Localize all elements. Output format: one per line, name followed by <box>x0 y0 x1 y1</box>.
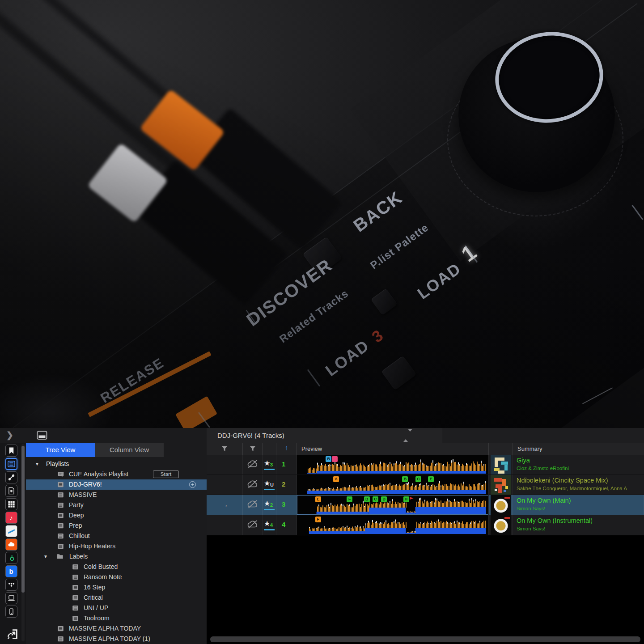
cue-marker-H: H <box>403 496 409 502</box>
playlist-icon <box>57 491 64 498</box>
tree-item-cue-analysis-playlist[interactable]: CUE Analysis PlaylistStart <box>26 469 207 479</box>
tidal-icon[interactable] <box>5 579 17 591</box>
disclosure-triangle-icon[interactable]: ▼ <box>43 551 48 562</box>
tree-item-hip-hop-heaters[interactable]: Hip-Hop Heaters <box>26 541 207 551</box>
mobile-device-icon[interactable] <box>5 606 17 618</box>
label-related-tracks: Related Tracks <box>277 287 351 345</box>
tree-item-deep[interactable]: Deep <box>26 510 207 521</box>
tree-item-chillout[interactable]: Chillout <box>26 531 207 541</box>
tree-item-labels[interactable]: ▼Labels <box>26 551 207 562</box>
waveform-preview[interactable]: EFBCDH <box>297 495 489 515</box>
disclosure-triangle-icon[interactable]: ▼ <box>35 459 39 469</box>
tree-item-critical[interactable]: Critical <box>26 593 207 603</box>
sort-toggle[interactable] <box>403 432 412 440</box>
cloud-off-icon <box>246 499 259 511</box>
playlist-icon <box>72 564 79 570</box>
horizontal-scrollbar[interactable] <box>210 636 640 642</box>
white-connector <box>87 143 168 223</box>
tree-item-cold-busted[interactable]: Cold Busted <box>26 562 207 572</box>
tree-panel: Tree View Column View ▼PlaylistsCUE Anal… <box>26 443 207 644</box>
summary-cell[interactable]: Ndibolekeni (Cincity Space Mix)Sakhe The… <box>513 475 644 495</box>
tree-item-ddj-grv6[interactable]: DDJ-GRV6!+ <box>26 479 207 490</box>
cloud-status-cell <box>243 515 263 535</box>
tree-item-prep[interactable]: Prep <box>26 521 207 531</box>
track-row-1[interactable]: ★31BGiyaCioz & Zimsto eRoofini <box>207 455 644 475</box>
album-art <box>491 475 511 495</box>
rating-value: 2 <box>270 502 273 508</box>
soundcloud-icon[interactable] <box>5 538 17 551</box>
tree-item-16-step[interactable]: 16 Step <box>26 582 207 593</box>
waveform-preview[interactable]: B <box>297 455 489 475</box>
tree-item-toolroom[interactable]: Toolroom <box>26 613 207 623</box>
cue-marker-E: E <box>315 496 321 502</box>
load-status-cell <box>207 455 243 475</box>
imported-library-icon[interactable] <box>5 525 17 537</box>
playlist-icon <box>57 625 64 632</box>
tree-item-party[interactable]: Party <box>26 500 207 510</box>
sort-ascending-icon: ↑ <box>285 444 288 451</box>
playlists-icon[interactable] <box>5 458 17 470</box>
track-title: On My Own (Main) <box>517 497 571 504</box>
column-header-summary[interactable]: Summary <box>513 443 644 455</box>
track-artist: Sakhe The Conqueror, Madmotormiquel, Ann… <box>517 486 627 491</box>
source-icon-rail: ♪b <box>1 445 21 618</box>
tree-item-massive-alpha-today[interactable]: MASSIVE ALPHA TODAY <box>26 623 207 634</box>
tree-item-label: Toolroom <box>84 613 110 623</box>
tree-item-massive[interactable]: MASSIVE <box>26 490 207 500</box>
beatsource-icon[interactable]: b <box>5 565 17 577</box>
tree-item-label: MASSIVE ALPHA TODAY (1) <box>69 634 150 644</box>
tree-item-uni-up[interactable]: UNI / UP <box>26 603 207 613</box>
cable <box>0 0 284 259</box>
computer-icon[interactable] <box>5 592 17 604</box>
track-row-3[interactable]: →★23EFBCDHOn My Own (Main)Simon Says! <box>207 495 644 515</box>
color-tag-bar <box>264 469 275 470</box>
tree-item-ransom-note[interactable]: Ransom Note <box>26 572 207 582</box>
rating-cell[interactable]: ★2 <box>263 495 276 515</box>
summary-cell[interactable]: On My Own (Instrumental)Simon Says! <box>513 515 644 535</box>
column-header-artwork[interactable] <box>489 443 513 455</box>
itunes-icon[interactable]: ♪ <box>5 512 17 524</box>
collapse-chevron-icon[interactable]: ❯ <box>6 430 13 440</box>
tree-item-label: Cold Busted <box>84 562 118 572</box>
orange-connector <box>140 89 225 171</box>
related-tracks-icon[interactable] <box>5 471 17 483</box>
add-to-playlist-icon[interactable]: + <box>189 481 196 488</box>
color-tag-bar <box>264 489 275 490</box>
playlist-title: DDJ-GRV6! (4 Tracks) <box>217 428 284 443</box>
playlist-icon <box>57 512 64 519</box>
tree-item-playlists[interactable]: ▼Playlists <box>26 459 207 469</box>
rating-cell[interactable]: ★3 <box>263 455 276 475</box>
summary-cell[interactable]: On My Own (Main)Simon Says! <box>513 495 644 515</box>
bookmark-icon[interactable] <box>5 445 17 457</box>
waveform-preview[interactable]: ABCE <box>297 475 489 495</box>
column-header-tracknum[interactable]: ↑ <box>276 443 297 455</box>
label-back: BACK <box>350 187 406 236</box>
column-header-cloud[interactable] <box>243 443 263 455</box>
track-row-2[interactable]: ★U2ABCENdibolekeni (Cincity Space Mix)Sa… <box>207 475 644 495</box>
track-suggestion-icon[interactable] <box>5 485 17 497</box>
panel-layout-icon[interactable] <box>37 431 47 442</box>
tab-tree-view[interactable]: Tree View <box>26 443 95 457</box>
link-export-icon[interactable] <box>5 627 20 641</box>
rating-cell[interactable]: ★U <box>263 475 276 495</box>
cue-marker-A: A <box>333 476 339 482</box>
tree-item-massive-alpha-today-1[interactable]: MASSIVE ALPHA TODAY (1) <box>26 634 207 644</box>
cloud-status-cell <box>243 495 263 515</box>
rating-cell[interactable]: ★4 <box>263 515 276 535</box>
column-header-rating[interactable] <box>263 443 276 455</box>
track-row-4[interactable]: ★44FOn My Own (Instrumental)Simon Says! <box>207 515 644 535</box>
summary-cell[interactable]: GiyaCioz & Zimsto eRoofini <box>513 455 644 475</box>
start-button[interactable]: Start <box>153 470 179 478</box>
cloud-status-cell <box>243 455 263 475</box>
beatport-icon[interactable] <box>5 552 17 564</box>
column-header-preview[interactable]: Preview <box>297 443 489 455</box>
sampler-grid-icon[interactable] <box>5 498 17 510</box>
rating-star-icon: ★ <box>264 479 270 487</box>
album-art <box>491 455 511 475</box>
waveform-preview[interactable]: F <box>297 515 489 535</box>
filter-funnel-icon <box>249 445 256 452</box>
column-header-status[interactable] <box>207 443 243 455</box>
cue-marker-B: B <box>402 476 408 482</box>
tab-column-view[interactable]: Column View <box>95 443 164 457</box>
rail-scrollbar[interactable] <box>21 446 25 593</box>
